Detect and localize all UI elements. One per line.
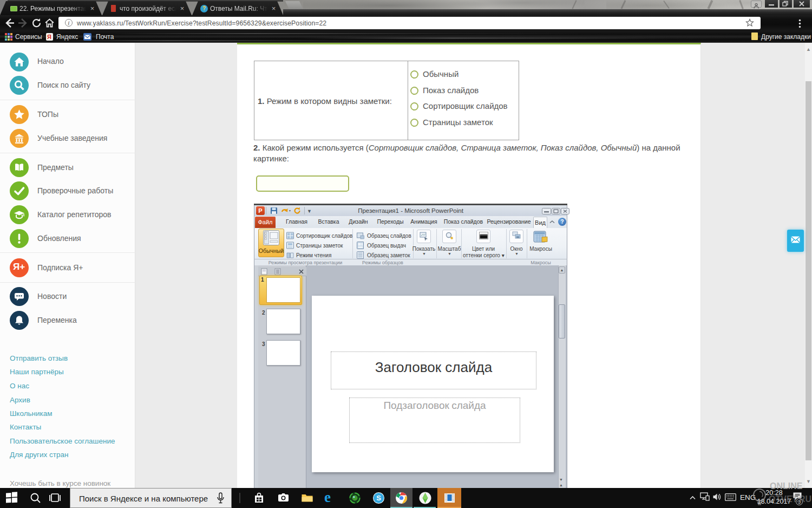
svg-text:S: S xyxy=(376,494,381,502)
svg-text:OTVET.RU: OTVET.RU xyxy=(769,494,811,504)
svg-text:ONLINE: ONLINE xyxy=(770,481,803,491)
